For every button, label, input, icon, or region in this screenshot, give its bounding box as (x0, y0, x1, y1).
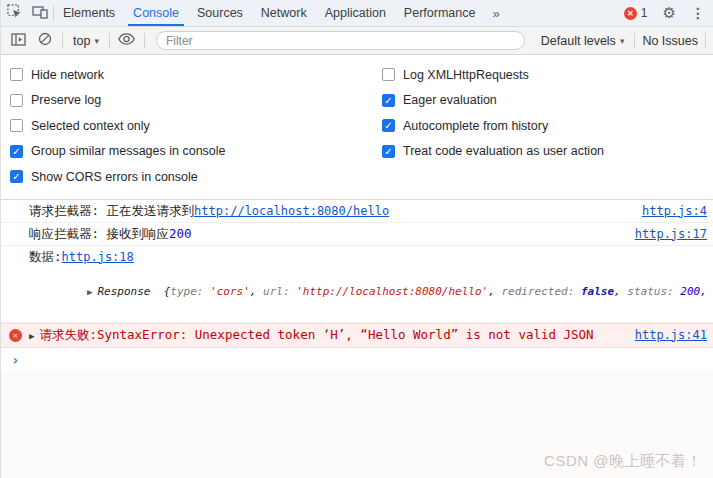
object-class-name: Response (97, 285, 157, 298)
expand-triangle-icon[interactable]: ▶ (29, 328, 34, 344)
divider (62, 33, 63, 48)
tab-label: Elements (63, 6, 115, 20)
source-location-link[interactable]: http.js:17 (635, 227, 707, 241)
expand-triangle-icon[interactable]: ▶ (87, 287, 92, 297)
clear-console-button[interactable] (35, 32, 55, 49)
setting-hide-network[interactable]: Hide network (1, 62, 373, 88)
setting-group-similar[interactable]: ✓ Group similar messages in console (1, 139, 373, 165)
error-message: SyntaxError: Unexpected token ‘H’, “Hell… (97, 327, 594, 343)
console-prompt[interactable]: › (1, 348, 713, 370)
error-icon: ✕ (9, 329, 22, 342)
log-row-data-object: 数据: http.js:18 ▶Response {type: 'cors', … (1, 246, 713, 323)
prop-key: url: (263, 285, 296, 298)
log-levels-label: Default levels (541, 34, 616, 48)
divider (144, 33, 145, 48)
inspect-cursor-icon (7, 4, 22, 22)
tab-elements[interactable]: Elements (54, 0, 124, 26)
tab-performance[interactable]: Performance (395, 0, 485, 26)
setting-label: Show CORS errors in console (31, 170, 198, 184)
log-row-request-interceptor: 请求拦截器: 正在发送请求到 http://localhost:8080/hel… (1, 200, 713, 223)
more-tabs-icon[interactable]: » (484, 0, 506, 26)
setting-label: Treat code evaluation as user action (403, 144, 604, 158)
devtools-tabbar: Elements Console Sources Network Applica… (1, 0, 713, 27)
setting-label: Group similar messages in console (31, 144, 226, 158)
console-messages: 请求拦截器: 正在发送请求到 http://localhost:8080/hel… (1, 200, 713, 370)
setting-label: Log XMLHttpRequests (403, 68, 529, 82)
log-text: 响应拦截器: 接收到响应 (29, 226, 169, 242)
setting-selected-context-only[interactable]: Selected context only (1, 113, 373, 139)
checkbox-checked-icon[interactable]: ✓ (10, 145, 23, 158)
eye-icon (118, 33, 135, 48)
response-object-preview: ▶Response {type: 'cors', url: 'http://lo… (29, 266, 707, 318)
filter-input[interactable] (156, 31, 525, 50)
live-expression-button[interactable] (117, 33, 137, 48)
checkbox-checked-icon[interactable]: ✓ (382, 145, 395, 158)
separator: , (250, 285, 263, 298)
console-settings-panel: Hide network Preserve log Selected conte… (1, 55, 713, 200)
kebab-menu-icon[interactable]: ⋮ (683, 0, 713, 26)
log-text: 数据: (29, 249, 62, 265)
checkbox-checked-icon[interactable]: ✓ (382, 119, 395, 132)
tab-application[interactable]: Application (316, 0, 395, 26)
sidebar-panel-icon (11, 33, 26, 49)
settings-gear-icon[interactable]: ⚙ (656, 0, 683, 26)
error-count-badge[interactable]: ✕ 1 (616, 0, 656, 26)
setting-show-cors-errors[interactable]: ✓ Show CORS errors in console (1, 164, 373, 190)
tab-sources[interactable]: Sources (188, 0, 252, 26)
source-location-link[interactable]: http.js:41 (635, 328, 707, 342)
show-console-sidebar-button[interactable] (8, 33, 28, 49)
checkbox-checked-icon[interactable]: ✓ (10, 170, 23, 183)
checkbox-unchecked[interactable] (10, 68, 23, 81)
tab-label: Sources (197, 6, 243, 20)
source-location-link[interactable]: http.js:18 (62, 250, 134, 264)
setting-label: Selected context only (31, 119, 150, 133)
device-toolbar-icon (32, 5, 48, 22)
setting-eager-evaluation[interactable]: ✓ Eager evaluation (373, 88, 713, 114)
console-empty-area[interactable]: CSDN @晚上睡不着！ (1, 370, 713, 478)
source-location-link[interactable]: http.js:4 (642, 204, 707, 218)
issues-counter[interactable]: No Issues (642, 34, 698, 48)
prop-value: 'http://localhost:8080/hello' (296, 285, 488, 298)
log-row-error: ✕ ▶ 请求失败: SyntaxError: Unexpected token … (1, 323, 713, 348)
brace: { (157, 285, 170, 298)
setting-autocomplete-history[interactable]: ✓ Autocomplete from history (373, 113, 713, 139)
divider (705, 33, 706, 48)
chevron-down-icon: ▾ (620, 36, 625, 46)
prop-key: status: (627, 285, 680, 298)
settings-column-right: Log XMLHttpRequests ✓ Eager evaluation ✓… (373, 62, 713, 190)
tab-console[interactable]: Console (124, 0, 188, 26)
checkbox-unchecked[interactable] (10, 94, 23, 107)
tab-network[interactable]: Network (252, 0, 316, 26)
context-selector[interactable]: top ▾ (70, 34, 102, 48)
separator: , (614, 285, 627, 298)
request-url-link[interactable]: http://localhost:8080/hello (194, 203, 389, 219)
setting-treat-eval-user-action[interactable]: ✓ Treat code evaluation as user action (373, 139, 713, 165)
error-icon: ✕ (624, 7, 637, 20)
tabbar-spacer (507, 0, 616, 26)
clear-icon (38, 32, 52, 49)
checkbox-checked-icon[interactable]: ✓ (382, 94, 395, 107)
prop-key: type: (170, 285, 210, 298)
setting-label: Hide network (31, 68, 104, 82)
error-count: 1 (641, 6, 648, 20)
setting-label: Preserve log (31, 93, 101, 107)
devtools-window: Elements Console Sources Network Applica… (0, 0, 713, 478)
checkbox-unchecked[interactable] (10, 119, 23, 132)
checkbox-unchecked[interactable] (382, 68, 395, 81)
prompt-chevron-icon: › (11, 352, 19, 368)
log-text: 请求拦截器: 正在发送请求到 (29, 203, 194, 219)
setting-log-xmlhttprequests[interactable]: Log XMLHttpRequests (373, 62, 713, 88)
log-row-response-interceptor: 响应拦截器: 接收到响应 200 http.js:17 (1, 223, 713, 246)
tab-label: Console (133, 6, 179, 20)
setting-preserve-log[interactable]: Preserve log (1, 88, 373, 114)
tab-label: Performance (404, 6, 476, 20)
device-toolbar-button[interactable] (27, 0, 53, 26)
tab-label: Network (261, 6, 307, 20)
log-levels-dropdown[interactable]: Default levels ▾ (538, 34, 628, 48)
setting-label: Eager evaluation (403, 93, 497, 107)
separator: , (488, 285, 501, 298)
separator: , (700, 285, 707, 298)
prop-value: 200 (680, 285, 700, 298)
inspect-element-button[interactable] (1, 0, 27, 26)
chevron-down-icon: ▾ (94, 36, 99, 46)
